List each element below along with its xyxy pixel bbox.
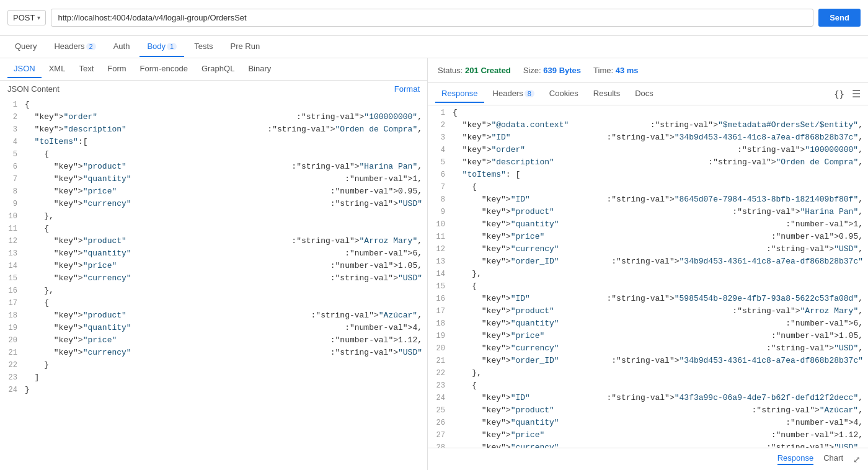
body-badge: 1 xyxy=(167,43,177,50)
line-number: 19 xyxy=(5,323,25,332)
line-content: "key">"product" xyxy=(25,162,291,171)
table-row: 5 { xyxy=(0,149,427,162)
line-number: 22 xyxy=(5,360,25,370)
table-row: 21 "key">"currency":"string-val">"USD" xyxy=(0,348,427,360)
line-number: 23 xyxy=(433,381,453,390)
tab-auth[interactable]: Auth xyxy=(106,37,138,57)
line-number: 21 xyxy=(433,356,453,365)
table-row: 23 { xyxy=(428,381,868,393)
method-select[interactable]: POST ▾ xyxy=(7,10,46,25)
table-row: 4 "toItems":[ xyxy=(0,137,427,149)
response-icons: {} ☰ xyxy=(834,88,861,100)
table-row: 1{ xyxy=(0,100,427,112)
line-number: 7 xyxy=(5,174,25,184)
line-content: "key">"@odata.context" xyxy=(453,120,650,130)
table-row: 2 "key">"@odata.context": "string-val">"… xyxy=(428,120,868,133)
table-row: 17 "key">"product": "string-val">"Arroz … xyxy=(428,306,868,319)
response-tab-docs[interactable]: Docs xyxy=(629,85,660,103)
table-row: 3 "key">"description":"string-val">"Orde… xyxy=(0,125,427,137)
send-button[interactable]: Send xyxy=(818,9,861,27)
response-tab-results[interactable]: Results xyxy=(587,85,626,103)
line-content: { xyxy=(453,182,863,192)
line-content: "key">"currency" xyxy=(25,348,330,357)
format-tab-text[interactable]: Text xyxy=(73,60,100,78)
line-content: "key">"quantity" xyxy=(453,418,786,427)
url-input[interactable] xyxy=(51,9,813,27)
table-row: 22 } xyxy=(0,360,427,373)
table-row: 16 }, xyxy=(0,286,427,298)
format-tab-form-encode[interactable]: Form-encode xyxy=(134,60,194,78)
line-number: 7 xyxy=(433,182,453,192)
line-number: 17 xyxy=(433,306,453,316)
table-row: 4 "key">"order": "string-val">"100000000… xyxy=(428,145,868,157)
table-row: 9 "key">"product": "string-val">"Harina … xyxy=(428,207,868,219)
format-link[interactable]: Format xyxy=(394,84,420,94)
status-label-text: Status: xyxy=(438,66,463,75)
chevron-down-icon: ▾ xyxy=(37,14,40,21)
menu-icon[interactable]: ☰ xyxy=(852,88,861,100)
line-content: "key">"price" xyxy=(453,232,771,241)
line-content: "key">"order" xyxy=(25,112,296,122)
content-header: JSON Content Format xyxy=(0,81,427,97)
line-content: "key">"product" xyxy=(453,207,732,216)
line-number: 24 xyxy=(433,393,453,402)
format-tab-graphql[interactable]: GraphQL xyxy=(195,60,241,78)
response-tab-headers[interactable]: Headers8 xyxy=(487,85,541,103)
tab-query[interactable]: Query xyxy=(7,37,44,57)
line-content: "key">"quantity" xyxy=(25,174,345,184)
bottom-tab-chart[interactable]: Chart xyxy=(823,453,843,465)
tab-headers[interactable]: Headers2 xyxy=(46,37,103,57)
bottom-tab-response[interactable]: Response xyxy=(777,453,814,465)
tab-body[interactable]: Body1 xyxy=(140,37,184,57)
line-number: 28 xyxy=(433,443,453,448)
line-number: 18 xyxy=(5,311,25,320)
method-label: POST xyxy=(13,13,35,22)
table-row: 21 "key">"order_ID": "string-val">"34b9d… xyxy=(428,356,868,368)
tab-prerun[interactable]: Pre Run xyxy=(223,37,268,57)
format-tab-binary[interactable]: Binary xyxy=(242,60,277,78)
line-content: { xyxy=(25,100,422,109)
tab-tests[interactable]: Tests xyxy=(187,37,220,57)
status-label: Status: 201 Created xyxy=(438,66,511,75)
table-row: 22 }, xyxy=(428,368,868,381)
line-number: 4 xyxy=(5,137,25,146)
line-content: "key">"quantity" xyxy=(453,219,786,229)
line-number: 14 xyxy=(5,261,25,270)
right-code-editor[interactable]: 1{2 "key">"@odata.context": "string-val"… xyxy=(428,105,868,448)
line-content: }, xyxy=(453,269,863,278)
line-number: 9 xyxy=(433,207,453,216)
table-row: 15 "key">"currency":"string-val">"USD" xyxy=(0,273,427,286)
table-row: 20 "key">"price":"number-val">1.12, xyxy=(0,335,427,348)
line-content: }, xyxy=(25,286,422,295)
expand-icon[interactable]: ⤢ xyxy=(853,454,861,464)
line-content: "toItems":[ xyxy=(25,137,422,146)
table-row: 6 "key">"product":"string-val">"Harina P… xyxy=(0,162,427,174)
table-row: 20 "key">"currency": "string-val">"USD", xyxy=(428,344,868,356)
table-row: 12 "key">"currency": "string-val">"USD", xyxy=(428,244,868,257)
line-content: "key">"price" xyxy=(453,430,771,440)
line-content: "key">"quantity" xyxy=(25,249,345,258)
response-tab-cookies[interactable]: Cookies xyxy=(543,85,585,103)
table-row: 7 { xyxy=(428,182,868,195)
table-row: 28 "key">"currency": "string-val">"USD", xyxy=(428,443,868,448)
format-tab-json[interactable]: JSON xyxy=(7,60,42,78)
format-tab-xml[interactable]: XML xyxy=(43,60,72,78)
line-number: 1 xyxy=(5,100,25,109)
line-content: } xyxy=(25,360,422,370)
response-tab-response[interactable]: Response xyxy=(435,85,484,103)
line-content: { xyxy=(25,298,422,308)
left-code-editor[interactable]: 1{2 "key">"order":"string-val">"10000000… xyxy=(0,97,427,470)
line-content: "key">"currency" xyxy=(25,273,330,283)
format-tab-form[interactable]: Form xyxy=(101,60,132,78)
table-row: 2 "key">"order":"string-val">"100000000"… xyxy=(0,112,427,125)
response-headers-badge: 8 xyxy=(525,90,534,97)
line-number: 2 xyxy=(433,120,453,130)
table-row: 10 }, xyxy=(0,211,427,224)
line-number: 23 xyxy=(5,373,25,382)
line-number: 27 xyxy=(433,430,453,440)
table-row: 10 "key">"quantity": "number-val">1, xyxy=(428,219,868,232)
line-content: "key">"product" xyxy=(453,406,752,415)
line-number: 2 xyxy=(5,112,25,122)
line-number: 1 xyxy=(433,108,453,117)
braces-icon[interactable]: {} xyxy=(834,89,844,99)
